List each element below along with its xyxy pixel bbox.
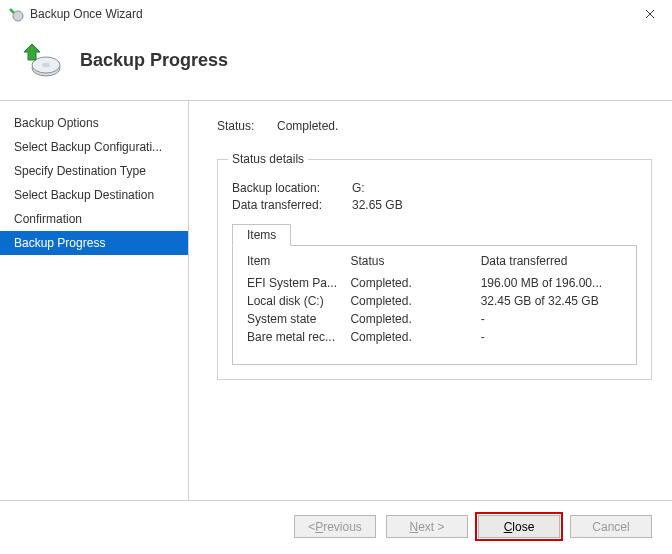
table-row: EFI System Pa... Completed. 196.00 MB of… [243,274,626,292]
titlebar: Backup Once Wizard [0,0,672,28]
cell-item: Local disk (C:) [243,292,346,310]
cell-item: Bare metal rec... [243,328,346,346]
svg-point-3 [42,63,50,68]
tab-items[interactable]: Items [232,224,291,246]
table-row: Bare metal rec... Completed. - [243,328,626,346]
content: Status: Completed. Status details Backup… [189,101,672,500]
cell-status: Completed. [346,292,476,310]
table-row: System state Completed. - [243,310,626,328]
cell-data: 196.00 MB of 196.00... [477,274,626,292]
cancel-button: Cancel [570,515,652,538]
sidebar-item-confirmation[interactable]: Confirmation [0,207,188,231]
items-table: Item Status Data transferred EFI System … [243,254,626,346]
data-transferred-label: Data transferred: [232,198,352,212]
window-title: Backup Once Wizard [30,7,628,21]
previous-button: < Previous [294,515,376,538]
data-transferred-value: 32.65 GB [352,198,403,212]
close-button[interactable]: Close [478,515,560,538]
cell-data: 32.45 GB of 32.45 GB [477,292,626,310]
tab-content: Item Status Data transferred EFI System … [232,245,637,365]
status-details-legend: Status details [228,152,308,166]
tab-bar: Items [232,224,637,246]
cell-status: Completed. [346,328,476,346]
col-status: Status [346,254,476,274]
status-value: Completed. [277,119,338,133]
cell-data: - [477,310,626,328]
app-icon [8,6,24,22]
col-data: Data transferred [477,254,626,274]
cell-status: Completed. [346,310,476,328]
header: Backup Progress [0,28,672,100]
page-title: Backup Progress [80,50,228,71]
table-row: Local disk (C:) Completed. 32.45 GB of 3… [243,292,626,310]
close-icon [645,6,655,22]
body: Backup Options Select Backup Configurati… [0,101,672,500]
cell-item: EFI System Pa... [243,274,346,292]
table-header-row: Item Status Data transferred [243,254,626,274]
cell-data: - [477,328,626,346]
sidebar-item-backup-options[interactable]: Backup Options [0,111,188,135]
status-label: Status: [217,119,277,133]
sidebar-item-select-config[interactable]: Select Backup Configurati... [0,135,188,159]
status-details-group: Status details Backup location: G: Data … [217,159,652,380]
backup-location-label: Backup location: [232,181,352,195]
sidebar-item-destination-type[interactable]: Specify Destination Type [0,159,188,183]
status-row: Status: Completed. [217,119,652,133]
window-close-button[interactable] [628,0,672,28]
next-button: Next > [386,515,468,538]
backup-location-value: G: [352,181,365,195]
sidebar: Backup Options Select Backup Configurati… [0,101,189,500]
data-transferred-row: Data transferred: 32.65 GB [232,198,637,212]
wizard-window: Backup Once Wizard Backup Progress Backu… [0,0,672,554]
backup-icon [22,40,62,80]
sidebar-item-backup-progress[interactable]: Backup Progress [0,231,188,255]
cell-item: System state [243,310,346,328]
footer: < Previous Next > Close Cancel [0,500,672,554]
col-item: Item [243,254,346,274]
cell-status: Completed. [346,274,476,292]
sidebar-item-select-destination[interactable]: Select Backup Destination [0,183,188,207]
backup-location-row: Backup location: G: [232,181,637,195]
